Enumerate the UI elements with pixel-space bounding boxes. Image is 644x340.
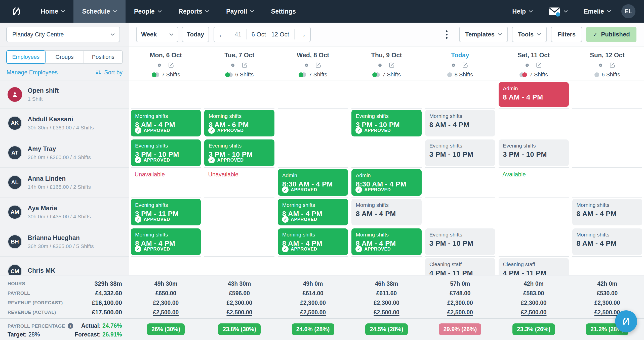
- shift-card[interactable]: Admin 8:30 AM - 4 PM ✓ APPROVED: [278, 169, 348, 196]
- shift-card[interactable]: Evening shifts 3 PM - 10 PM ✓ APPROVED: [131, 139, 201, 166]
- shift-cell[interactable]: Morning shifts 8 AM - 4 PM: [572, 197, 642, 227]
- shift-cell-empty[interactable]: [131, 80, 201, 108]
- next-week-button[interactable]: →: [295, 27, 310, 42]
- manage-employees-link[interactable]: Manage Employees: [7, 69, 58, 76]
- day-revenue-actual[interactable]: £2,500.00: [423, 308, 497, 317]
- visibility-icon[interactable]: [305, 64, 308, 67]
- shift-cell[interactable]: Morning shifts 8 AM - 4 PM: [572, 227, 642, 256]
- nav-reports[interactable]: Reports: [170, 0, 218, 23]
- shift-cell-empty[interactable]: [499, 108, 569, 138]
- templates-button[interactable]: Templates: [459, 27, 508, 42]
- nav-settings[interactable]: Settings: [262, 0, 304, 23]
- day-shift-summary[interactable]: 6 Shifts: [203, 71, 276, 78]
- info-icon[interactable]: i: [68, 323, 73, 329]
- today-button[interactable]: Today: [182, 27, 209, 42]
- shift-cell-empty[interactable]: [204, 227, 274, 256]
- tools-button[interactable]: Tools: [512, 27, 547, 42]
- employee-cell[interactable]: BH Brianna Hueghan 36h 30m / £365.00 / 5…: [0, 227, 129, 256]
- shift-card[interactable]: Admin 8 AM - 4 PM: [499, 82, 569, 107]
- shift-card[interactable]: Morning shifts 8 AM - 4 PM: [425, 110, 495, 136]
- shift-cell[interactable]: Admin 8:30 AM - 4 PM ✓ APPROVED: [351, 167, 421, 197]
- day-revenue-actual[interactable]: £2,500.00: [350, 308, 423, 317]
- shift-cell[interactable]: Evening shifts 3 PM - 10 PM: [425, 138, 495, 167]
- shift-card[interactable]: Evening shifts 3 PM - 10 PM: [499, 139, 569, 166]
- planday-logo[interactable]: [0, 0, 32, 23]
- day-shift-summary[interactable]: 7 Shifts: [350, 71, 423, 78]
- shift-cell-empty[interactable]: [499, 227, 569, 256]
- inbox-button[interactable]: [541, 7, 575, 16]
- shift-cell-empty[interactable]: [572, 138, 642, 167]
- tab-groups[interactable]: Groups: [45, 50, 84, 64]
- tab-positions[interactable]: Positions: [84, 50, 123, 64]
- shift-cell-empty[interactable]: [572, 108, 642, 138]
- shift-cell-empty[interactable]: [278, 80, 348, 108]
- user-menu[interactable]: Emelie: [575, 8, 619, 15]
- shift-card[interactable]: Morning shifts 8 AM - 4 PM ✓ APPROVED: [278, 199, 348, 225]
- day-shift-summary[interactable]: 7 Shifts: [497, 71, 570, 78]
- nav-payroll[interactable]: Payroll: [218, 0, 262, 23]
- shift-card[interactable]: Morning shifts 8 AM - 4 PM ✓ APPROVED: [351, 228, 421, 255]
- visibility-icon[interactable]: [158, 64, 161, 67]
- shift-cell[interactable]: Morning shifts 8 AM - 4 PM ✓ APPROVED: [278, 227, 348, 256]
- department-select[interactable]: Planday City Centre: [6, 27, 120, 42]
- shift-cell-empty[interactable]: [278, 138, 348, 167]
- day-shift-summary[interactable]: 7 Shifts: [276, 71, 350, 78]
- shift-card[interactable]: Morning shifts 8 AM - 4 PM: [572, 228, 642, 255]
- help-menu[interactable]: Help: [504, 8, 541, 15]
- day-revenue-actual[interactable]: £2,500.00: [129, 308, 203, 317]
- edit-icon[interactable]: [609, 62, 615, 68]
- edit-icon[interactable]: [242, 62, 248, 68]
- nav-schedule[interactable]: Schedule: [73, 0, 125, 23]
- edit-icon[interactable]: [389, 62, 395, 68]
- planday-fab-button[interactable]: [615, 310, 637, 332]
- shift-cell[interactable]: Available: [499, 167, 569, 197]
- shift-card[interactable]: Morning shifts 8 AM - 4 PM: [351, 199, 421, 225]
- filters-button[interactable]: Filters: [551, 27, 582, 42]
- employee-cell[interactable]: AK Abdull Kassani 30h 30m / £369.00 / 4 …: [0, 108, 129, 138]
- shift-cell[interactable]: Morning shifts 8 AM - 4 PM ✓ APPROVED: [131, 227, 201, 256]
- published-button[interactable]: ✓ Published: [586, 27, 636, 42]
- day-revenue-actual[interactable]: £2,500.00: [497, 308, 570, 317]
- shift-cell[interactable]: Unavailable: [131, 167, 201, 197]
- employee-cell[interactable]: AL Anna Linden 14h 0m / £168.00 / 2 Shif…: [0, 167, 129, 197]
- shift-cell-empty[interactable]: [204, 80, 274, 108]
- day-shift-summary[interactable]: 7 Shifts: [129, 71, 203, 78]
- shift-cell[interactable]: Unavailable: [204, 167, 274, 197]
- shift-card[interactable]: Evening shifts 3 PM - 10 PM: [425, 139, 495, 166]
- edit-icon[interactable]: [462, 62, 468, 68]
- nav-people[interactable]: People: [126, 0, 170, 23]
- day-revenue-actual[interactable]: £2,500.00: [276, 308, 350, 317]
- shift-cell[interactable]: Evening shifts 3 PM - 11 PM ✓ APPROVED: [131, 197, 201, 227]
- shift-card[interactable]: Evening shifts 3 PM - 10 PM ✓ APPROVED: [351, 110, 421, 136]
- shift-card[interactable]: Morning shifts 8 AM - 4 PM ✓ APPROVED: [131, 110, 201, 136]
- prev-week-button[interactable]: ←: [214, 27, 230, 42]
- day-shift-summary[interactable]: 8 Shifts: [423, 71, 497, 78]
- edit-icon[interactable]: [536, 62, 542, 68]
- view-select[interactable]: Week: [136, 27, 178, 42]
- nav-home[interactable]: Home: [32, 0, 73, 23]
- shift-card[interactable]: Morning shifts 8 AM - 4 PM ✓ APPROVED: [278, 228, 348, 255]
- shift-cell[interactable]: Admin 8 AM - 4 PM: [499, 80, 569, 108]
- edit-icon[interactable]: [168, 62, 174, 68]
- shift-cell[interactable]: Admin 8:30 AM - 4 PM ✓ APPROVED: [278, 167, 348, 197]
- day-revenue-actual[interactable]: £2,500.00: [203, 308, 276, 317]
- shift-card[interactable]: Morning shifts 8 AM - 4 PM ✓ APPROVED: [131, 228, 201, 255]
- shift-cell-empty[interactable]: [204, 197, 274, 227]
- shift-cell[interactable]: Morning shifts 8 AM - 4 PM ✓ APPROVED: [351, 227, 421, 256]
- shift-card[interactable]: Evening shifts 3 PM - 10 PM ✓ APPROVED: [204, 139, 274, 166]
- shift-cell[interactable]: Morning shifts 8 AM - 6 PM ✓ APPROVED: [204, 108, 274, 138]
- shift-cell-empty[interactable]: [351, 80, 421, 108]
- shift-cell-empty[interactable]: [499, 197, 569, 227]
- visibility-icon[interactable]: [599, 64, 602, 67]
- shift-card[interactable]: Evening shifts 3 PM - 10 PM: [425, 228, 495, 255]
- shift-cell-empty[interactable]: [572, 80, 642, 108]
- visibility-icon[interactable]: [231, 64, 234, 67]
- employee-cell[interactable]: AT Amy Tray 26h 0m / £260.00 / 4 Shifts: [0, 138, 129, 167]
- shift-cell[interactable]: Evening shifts 3 PM - 10 PM ✓ APPROVED: [351, 108, 421, 138]
- shift-cell[interactable]: Evening shifts 3 PM - 10 PM ✓ APPROVED: [131, 138, 201, 167]
- shift-cell[interactable]: Morning shifts 8 AM - 4 PM: [425, 108, 495, 138]
- shift-cell-empty[interactable]: [572, 167, 642, 197]
- shift-cell[interactable]: Evening shifts 3 PM - 10 PM ✓ APPROVED: [204, 138, 274, 167]
- visibility-icon[interactable]: [526, 64, 529, 67]
- shift-cell-empty[interactable]: [351, 138, 421, 167]
